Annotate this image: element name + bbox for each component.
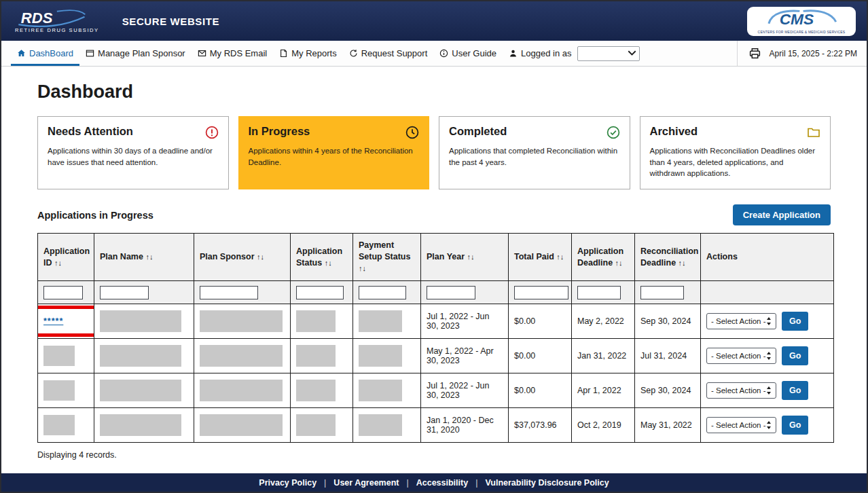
card-in-progress[interactable]: In Progress Applications within 4 years …	[238, 116, 430, 189]
sort-icon[interactable]: ↑↓	[679, 259, 686, 267]
check-circle-icon	[607, 126, 620, 139]
clock-icon	[405, 126, 419, 139]
nav-item-my-rds-email[interactable]: My RDS Email	[192, 41, 274, 66]
filter-actions-empty	[701, 281, 834, 304]
nav-item-manage-plan-sponsor[interactable]: Manage Plan Sponsor	[79, 41, 192, 66]
col-plan-name[interactable]: Plan Name ↑↓	[94, 234, 194, 281]
nav-utilities: April 15, 2025 - 2:22 PM	[737, 41, 857, 66]
col-payment-setup-status[interactable]: Payment Setup Status ↑↓	[353, 234, 421, 281]
filter-application-status-input[interactable]	[296, 286, 344, 299]
redacted-plan-sponsor	[200, 380, 283, 401]
action-select[interactable]: - Select Action -	[706, 348, 776, 364]
rds-logo-subtext: RETIREE DRUG SUBSIDY	[15, 28, 99, 33]
table-row: Jul 1, 2022 - Jun 30, 2023 $0.00 Apr 1, …	[38, 373, 834, 408]
reconciliation-deadline-cell: Sep 30, 2024	[635, 373, 701, 408]
footer-link-vulnerability-disclosure[interactable]: Vulnerability Disclosure Policy	[485, 478, 609, 488]
filter-reconciliation-deadline-input[interactable]	[640, 286, 684, 299]
filter-plan-name-input[interactable]	[100, 286, 149, 299]
sort-icon[interactable]: ↑↓	[145, 253, 153, 261]
application-deadline-cell: Apr 1, 2022	[572, 373, 635, 408]
col-application-status[interactable]: Application Status ↑↓	[291, 234, 353, 281]
filter-application-id-input[interactable]	[43, 286, 83, 299]
footer-separator: |	[475, 478, 477, 488]
sort-icon[interactable]: ↑↓	[615, 259, 623, 267]
select-arrows-icon	[766, 386, 772, 395]
rds-secure-website-window: RDS RETIREE DRUG SUBSIDY SECURE WEBSITE …	[0, 0, 868, 493]
sort-icon[interactable]: ↑↓	[54, 259, 62, 267]
print-icon[interactable]	[748, 47, 761, 60]
report-icon	[279, 49, 288, 58]
col-total-paid[interactable]: Total Paid ↑↓	[509, 234, 572, 281]
select-arrows-icon	[766, 317, 772, 325]
info-icon	[439, 49, 448, 58]
action-select[interactable]: - Select Action -	[706, 382, 776, 399]
go-button[interactable]: Go	[782, 381, 808, 400]
footer-link-accessibility[interactable]: Accessibility	[416, 478, 468, 488]
col-application-id[interactable]: Application ID ↑↓	[38, 234, 94, 281]
filter-payment-setup-status-input[interactable]	[359, 286, 406, 299]
create-application-button[interactable]: Create Application	[733, 204, 831, 225]
card-archived[interactable]: Archived Applications with Reconciliatio…	[640, 116, 831, 189]
browser-icon	[86, 49, 94, 58]
col-plan-year[interactable]: Plan Year ↑↓	[421, 234, 509, 281]
filter-plan-year-input[interactable]	[427, 286, 475, 299]
nav-item-request-support[interactable]: Request Support	[343, 41, 434, 66]
application-deadline-cell: Jan 31, 2022	[572, 339, 635, 373]
sort-icon[interactable]: ↑↓	[359, 264, 366, 272]
svg-text:RDS: RDS	[21, 10, 53, 26]
go-button[interactable]: Go	[782, 346, 808, 365]
logged-in-as-select[interactable]	[577, 46, 640, 61]
col-plan-sponsor[interactable]: Plan Sponsor ↑↓	[194, 234, 291, 281]
section-title: Applications in Progress	[37, 210, 153, 221]
nav-item-label: Manage Plan Sponsor	[98, 48, 185, 58]
folder-icon	[807, 126, 820, 139]
alert-icon	[205, 126, 219, 139]
redacted-application-status	[296, 310, 336, 332]
redacted-application-id	[43, 380, 75, 401]
action-select[interactable]: - Select Action -	[706, 313, 776, 329]
sort-icon[interactable]: ↑↓	[467, 253, 475, 261]
filter-total-paid-input[interactable]	[514, 286, 568, 299]
redacted-application-status	[296, 380, 336, 401]
filter-application-deadline-input[interactable]	[577, 286, 621, 299]
redacted-plan-sponsor	[200, 345, 283, 367]
table-row: ***** Jul 1, 2022 - Jun 30, 2023 $0.00 M…	[38, 304, 834, 339]
card-title: Needs Attention	[48, 125, 133, 138]
application-id-link[interactable]: *****	[43, 316, 63, 326]
site-label: SECURE WEBSITE	[122, 16, 219, 27]
nav-item-label: DashBoard	[29, 48, 73, 58]
page-title: Dashboard	[37, 81, 831, 103]
table-filter-row	[38, 281, 834, 304]
table-row: May 1, 2022 - Apr 30, 2023 $0.00 Jan 31,…	[38, 339, 834, 373]
sort-icon[interactable]: ↑↓	[556, 253, 564, 261]
card-needs-attention[interactable]: Needs Attention Applications within 30 d…	[37, 116, 229, 189]
card-completed[interactable]: Completed Applications that completed Re…	[439, 116, 630, 189]
col-application-deadline[interactable]: Application Deadline ↑↓	[572, 234, 635, 281]
total-paid-cell: $0.00	[509, 373, 572, 408]
redacted-payment-setup-status	[359, 345, 402, 367]
cms-logo-mark: CMS	[761, 8, 842, 27]
col-reconciliation-deadline[interactable]: Reconciliation Deadline ↑↓	[635, 234, 701, 281]
nav-item-dashboard[interactable]: DashBoard	[11, 41, 79, 66]
filter-plan-sponsor-input[interactable]	[200, 286, 258, 299]
action-select[interactable]: - Select Action -	[706, 417, 776, 433]
nav-item-my-reports[interactable]: My Reports	[273, 41, 342, 66]
sort-icon[interactable]: ↑↓	[325, 259, 332, 267]
redacted-application-status	[296, 345, 336, 367]
chevron-down-icon	[628, 49, 636, 58]
go-button[interactable]: Go	[782, 416, 808, 435]
nav-item-label: My Reports	[291, 48, 336, 58]
sort-icon[interactable]: ↑↓	[257, 253, 264, 261]
person-icon	[509, 49, 518, 58]
redacted-plan-name	[100, 345, 181, 367]
application-id-cell: *****	[38, 304, 94, 339]
go-button[interactable]: Go	[782, 312, 808, 331]
rds-logo: RDS RETIREE DRUG SUBSIDY	[15, 9, 99, 33]
cms-logo-subtext: CENTERS FOR MEDICARE & MEDICAID SERVICES	[754, 30, 849, 34]
footer-link-user-agreement[interactable]: User Agreement	[333, 478, 399, 488]
col-actions: Actions	[701, 234, 834, 281]
nav-item-user-guide[interactable]: User Guide	[433, 41, 503, 66]
footer-link-privacy-policy[interactable]: Privacy Policy	[259, 478, 317, 488]
redacted-application-status	[296, 414, 336, 436]
total-paid-cell: $37,073.96	[509, 408, 572, 443]
